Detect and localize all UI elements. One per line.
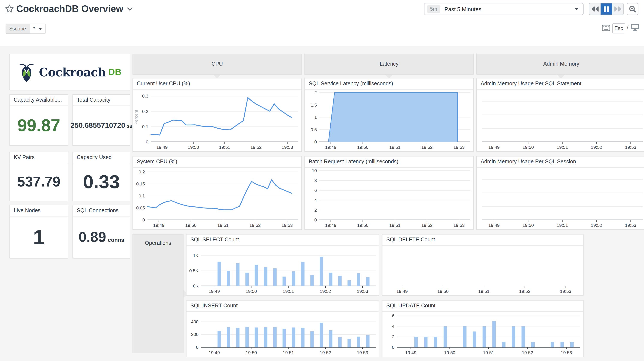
svg-text:0: 0 [146, 139, 148, 144]
chart-admin-memory-statement[interactable]: 19:4919:5019:5119:5219:53 [477, 89, 644, 151]
svg-text:19:51: 19:51 [219, 145, 230, 150]
svg-text:0.3: 0.3 [142, 94, 148, 98]
chart-sql-delete[interactable]: 19:4919:5019:5119:5219:53 [382, 245, 583, 296]
svg-text:19:49: 19:49 [325, 223, 336, 228]
svg-text:2: 2 [314, 208, 317, 212]
svg-text:19:52: 19:52 [320, 289, 331, 294]
svg-text:19:50: 19:50 [185, 223, 196, 228]
stat-card-kv-pairs[interactable]: KV Pairs 537.79 [10, 152, 68, 201]
svg-text:19:53: 19:53 [561, 350, 572, 355]
panel-title: Admin Memory Usage Per SQL Statement [477, 78, 644, 90]
bar-chart-sql-insert[interactable]: 020040019:4919:5019:5119:5219:53 [186, 311, 378, 357]
svg-text:0.5K: 0.5K [189, 268, 198, 273]
svg-text:2: 2 [314, 90, 317, 95]
svg-text:0.1: 0.1 [139, 193, 145, 198]
panel-sql-insert-count: SQL INSERT Count 020040019:4919:5019:511… [186, 300, 379, 357]
svg-text:19:49: 19:49 [488, 145, 500, 150]
svg-text:19:52: 19:52 [591, 223, 602, 228]
bar-chart-sql-update[interactable]: 024619:4919:5019:5119:5219:53 [382, 311, 583, 357]
line-chart-current-user-cpu[interactable]: 00.10.20.319:4919:5019:5119:5219:53Perce… [133, 89, 302, 151]
zoom-out-button[interactable] [627, 3, 638, 15]
stat-card-capacity-used[interactable]: Capacity Used 0.33 [72, 152, 130, 201]
svg-text:0: 0 [142, 217, 145, 222]
esc-button[interactable]: Esc [612, 23, 625, 34]
stat-value: 0.33 [83, 171, 120, 192]
panel-title: SQL UPDATE Count [382, 300, 583, 312]
chevron-down-icon [574, 8, 579, 10]
scope-template-selector[interactable]: $scope * [6, 24, 46, 34]
svg-text:19:51: 19:51 [283, 289, 294, 294]
area-chart-sql-service-latency[interactable]: 00.511.5219:4919:5019:5119:5219:53 [305, 89, 473, 151]
pause-icon [604, 6, 609, 12]
svg-text:400: 400 [191, 319, 198, 324]
svg-text:19:50: 19:50 [437, 289, 449, 294]
svg-text:19:50: 19:50 [188, 145, 199, 150]
chart-batch-request-latency[interactable]: 024681019:4919:5019:5119:5219:53 [305, 167, 473, 230]
stat-card-live-nodes[interactable]: Live Nodes 1 [10, 205, 68, 258]
svg-text:19:53: 19:53 [282, 145, 293, 150]
cockroachdb-logo-card: Cockroach DB [10, 54, 130, 90]
page-title: CockroachDB Overview [16, 2, 123, 16]
stat-value: 0.89conns [78, 229, 124, 245]
panel-admin-memory-session: Admin Memory Usage Per SQL Session 19:49… [476, 156, 644, 230]
stat-card-sql-connections[interactable]: SQL Connections 0.89conns [72, 205, 130, 258]
svg-text:0: 0 [196, 345, 198, 350]
svg-text:8: 8 [314, 178, 317, 183]
svg-text:0.1: 0.1 [142, 124, 148, 129]
keyboard-icon[interactable] [602, 25, 610, 31]
stat-title: Total Capacity [73, 95, 130, 106]
svg-text:0: 0 [314, 217, 317, 222]
line-chart-system-cpu[interactable]: 00.050.10.150.219:4919:5019:5119:5219:53 [133, 167, 302, 230]
svg-text:19:51: 19:51 [478, 289, 490, 294]
tv-mode-icon[interactable] [631, 24, 639, 31]
panel-sql-update-count: SQL UPDATE Count 024619:4919:5019:5119:5… [382, 300, 584, 357]
panel-title: Admin Memory Usage Per SQL Session [477, 156, 644, 168]
stat-unit: conns [108, 237, 124, 243]
panel-admin-memory-statement: Admin Memory Usage Per SQL Statement 19:… [476, 78, 644, 152]
svg-text:19:53: 19:53 [454, 223, 465, 228]
scope-label: $scope [6, 24, 29, 34]
svg-text:2: 2 [392, 334, 394, 339]
stat-card-total-capacity[interactable]: Total Capacity 250.6855710720GB [72, 94, 130, 146]
panel-system-cpu: System CPU (%) 00.050.10.150.219:4919:50… [132, 156, 302, 230]
time-range-badge: 5m [427, 5, 440, 13]
svg-text:19:50: 19:50 [246, 289, 257, 294]
svg-text:19:50: 19:50 [444, 350, 455, 355]
svg-text:19:52: 19:52 [249, 223, 261, 228]
svg-text:1: 1 [314, 115, 317, 120]
rewind-icon [590, 6, 599, 12]
svg-text:19:49: 19:49 [156, 145, 168, 150]
svg-text:Percent: Percent [134, 110, 138, 124]
svg-text:0K: 0K [193, 284, 198, 288]
svg-text:1.5: 1.5 [311, 102, 317, 108]
svg-text:19:52: 19:52 [250, 145, 262, 150]
brand-suffix: DB [108, 67, 122, 77]
svg-text:4: 4 [314, 198, 317, 202]
rewind-button[interactable] [589, 4, 600, 14]
svg-text:19:52: 19:52 [519, 289, 530, 294]
stat-title: Live Nodes [10, 205, 68, 216]
fast-forward-button[interactable] [612, 4, 624, 14]
panel-sql-delete-count: SQL DELETE Count 19:4919:5019:5119:5219:… [382, 234, 584, 296]
svg-text:19:49: 19:49 [396, 289, 408, 294]
stat-card-capacity-available[interactable]: Capacity Available... 99.87 [10, 94, 68, 146]
svg-text:19:53: 19:53 [282, 223, 293, 228]
svg-text:6: 6 [392, 313, 394, 318]
svg-text:19:51: 19:51 [218, 223, 229, 228]
scope-value[interactable]: * [29, 24, 46, 34]
panel-batch-request-latency: Batch Request Latency (milliseconds) 024… [304, 156, 474, 230]
star-icon[interactable] [5, 4, 14, 13]
panel-title: SQL Service Latency (milliseconds) [305, 78, 473, 90]
time-range-picker[interactable]: 5m Past 5 Minutes [424, 3, 584, 15]
panel-current-user-cpu: Current User CPU (%) 00.10.20.319:4919:5… [132, 78, 302, 152]
bar-chart-sql-select[interactable]: 0K0.5K1K19:4919:5019:5119:5219:53 [186, 245, 378, 296]
stat-value: 537.79 [17, 174, 60, 190]
panel-title: SQL INSERT Count [186, 300, 378, 312]
cockroach-bug-icon [18, 61, 35, 83]
svg-text:19:52: 19:52 [421, 145, 432, 150]
chevron-down-icon[interactable] [127, 7, 133, 11]
time-range-label: Past 5 Minutes [444, 6, 574, 12]
svg-text:19:51: 19:51 [389, 223, 401, 228]
pause-button[interactable] [600, 4, 612, 14]
chart-admin-memory-session[interactable]: 19:4919:5019:5119:5219:53 [477, 167, 644, 230]
